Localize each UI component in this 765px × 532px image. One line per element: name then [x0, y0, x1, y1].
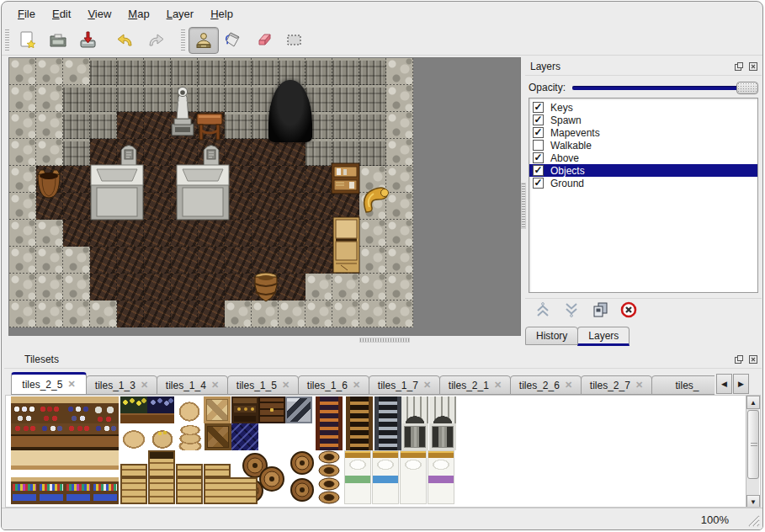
scroll-up-icon[interactable]: ▲ [746, 396, 760, 409]
delete-layer-button[interactable] [618, 301, 640, 322]
map-tile[interactable] [171, 247, 198, 274]
close-panel-icon[interactable] [747, 61, 759, 72]
scroll-down-icon[interactable]: ▼ [746, 495, 760, 508]
map-tile[interactable] [279, 193, 305, 220]
layer-visibility-checkbox[interactable]: ✓ [533, 152, 544, 163]
map-tile[interactable] [36, 220, 63, 247]
map-tile[interactable] [171, 220, 198, 247]
layer-visibility-checkbox[interactable] [533, 140, 544, 151]
map-tile[interactable] [359, 247, 386, 274]
redo-button[interactable] [141, 27, 171, 54]
eraser-tool-button[interactable] [249, 27, 279, 54]
map-tile[interactable] [359, 301, 386, 327]
map-tile[interactable] [117, 112, 144, 139]
menu-map[interactable]: Map [120, 4, 157, 24]
close-panel-icon[interactable] [747, 354, 759, 364]
tileset-tile-cabinet-b[interactable] [92, 423, 119, 450]
tileset-tile-crate-wide[interactable] [204, 477, 258, 504]
tileset-tile-arch-top[interactable] [401, 396, 428, 423]
map-tile[interactable] [386, 58, 413, 85]
tileset-tile-sack-top[interactable] [176, 396, 203, 423]
map-tile[interactable] [9, 166, 36, 193]
undo-button[interactable] [110, 27, 141, 54]
layer-row-above[interactable]: ✓Above [529, 152, 757, 164]
tileset-tab-tiles_1_6[interactable]: tiles_1_6✕ [298, 375, 369, 395]
tileset-view[interactable]: ▲ ▼ [5, 395, 761, 508]
tileset-tile-bed-purple[interactable] [428, 450, 454, 504]
tileset-tile-sack-open[interactable] [149, 423, 176, 450]
map-tile[interactable] [63, 166, 90, 193]
map-tile[interactable] [279, 139, 305, 166]
map-tile[interactable] [63, 301, 90, 327]
map-tile[interactable] [198, 220, 225, 247]
map-tile[interactable] [252, 166, 279, 193]
map-tile[interactable] [36, 139, 63, 166]
map-tile[interactable] [279, 274, 305, 301]
close-tab-icon[interactable]: ✕ [353, 380, 360, 391]
close-tab-icon[interactable]: ✕ [494, 380, 502, 391]
tileset-tile-shelf-top-plain[interactable] [65, 450, 92, 477]
map-tile[interactable] [144, 220, 171, 247]
tileset-tab-tiles[interactable]: tiles_ [651, 375, 715, 395]
tileset-tile-ladder-red[interactable] [316, 396, 343, 450]
tileset-tile-sack-wide[interactable] [120, 423, 147, 450]
layer-row-keys[interactable]: ✓Keys [529, 101, 757, 114]
tab-scroll-right-button[interactable]: ▶ [733, 374, 749, 394]
map-tile[interactable] [279, 301, 305, 327]
tileset-tile-crate[interactable] [176, 477, 203, 504]
map-canvas[interactable] [8, 57, 521, 336]
map-tile[interactable] [9, 193, 36, 220]
map-tile[interactable] [305, 166, 332, 193]
toolbar-grip[interactable] [181, 29, 185, 51]
map-tile[interactable] [359, 274, 386, 301]
map-tile[interactable] [359, 139, 386, 166]
fill-tool-button[interactable] [219, 27, 249, 54]
tileset-tile-blue-crate[interactable] [231, 423, 258, 450]
map-tile[interactable] [36, 247, 63, 274]
map-tile[interactable] [144, 301, 171, 327]
close-tab-icon[interactable]: ✕ [211, 380, 219, 391]
map-tile[interactable] [144, 166, 171, 193]
panel-tab-history[interactable]: History [525, 327, 578, 345]
map-tile[interactable] [144, 274, 171, 301]
layer-row-ground[interactable]: ✓Ground [529, 177, 757, 189]
layer-row-objects[interactable]: ✓Objects [529, 164, 757, 177]
tileset-tile-shelf-books2[interactable] [38, 477, 65, 504]
map-tile[interactable] [359, 58, 386, 85]
tileset-tile-crate[interactable] [148, 477, 175, 504]
opacity-slider[interactable] [572, 80, 758, 95]
map-tile[interactable] [63, 193, 90, 220]
tileset-tab-tiles_1_3[interactable]: tiles_1_3✕ [86, 375, 157, 395]
map-tile[interactable] [117, 58, 144, 85]
tileset-tile-chest[interactable] [258, 396, 285, 423]
map-tile[interactable] [63, 112, 90, 139]
map-content[interactable] [9, 58, 413, 327]
map-tile[interactable] [90, 139, 117, 166]
map-tile[interactable] [117, 220, 144, 247]
tileset-tile-sack-pile[interactable] [177, 423, 204, 450]
tileset-tile-shelf-top-plain[interactable] [92, 450, 119, 477]
map-tile[interactable] [359, 220, 386, 247]
tileset-tile-arch-top[interactable] [429, 396, 456, 423]
map-tile[interactable] [386, 274, 413, 301]
map-tile[interactable] [305, 58, 332, 85]
tileset-tile-dark-shelf[interactable] [231, 396, 258, 423]
map-tile[interactable] [332, 301, 359, 327]
map-tile[interactable] [90, 58, 117, 85]
map-tile[interactable] [171, 274, 198, 301]
map-tile[interactable] [90, 112, 117, 139]
map-tile[interactable] [63, 139, 90, 166]
map-tile[interactable] [332, 85, 359, 112]
map-tile[interactable] [171, 58, 198, 85]
map-tile[interactable] [386, 139, 413, 166]
map-tile[interactable] [144, 139, 171, 166]
map-tile[interactable] [36, 274, 63, 301]
map-tile[interactable] [252, 139, 279, 166]
layer-visibility-checkbox[interactable]: ✓ [533, 178, 544, 189]
tileset-tab-tiles_2_5[interactable]: tiles_2_5✕ [11, 372, 87, 395]
tileset-tile-shelf-dishes[interactable] [11, 396, 38, 423]
tileset-tab-tiles_1_7[interactable]: tiles_1_7✕ [369, 375, 440, 395]
map-tile[interactable] [144, 58, 171, 85]
map-tile[interactable] [359, 85, 386, 112]
layer-row-mapevents[interactable]: ✓Mapevents [529, 126, 757, 139]
